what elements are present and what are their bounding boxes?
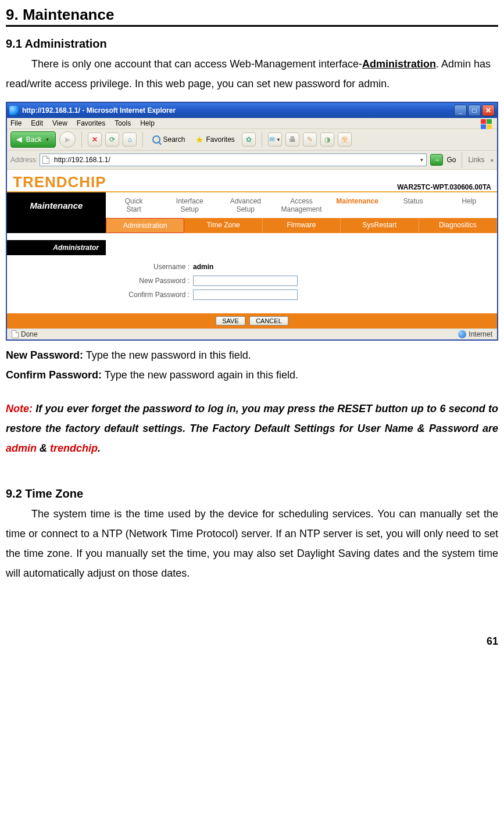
tab-interface-setup[interactable]: Interface Setup	[162, 192, 217, 218]
note-admin: admin	[6, 442, 37, 454]
internet-zone-icon	[458, 330, 466, 338]
subtab-time-zone[interactable]: Time Zone	[184, 218, 262, 233]
status-bar: Done Internet	[7, 328, 497, 339]
username-label: Username :	[106, 263, 193, 271]
window-title: http://192.168.1.1/ - Microsoft Internet…	[22, 106, 454, 115]
menu-bar: File Edit View Favorites Tools Help	[7, 118, 497, 129]
status-zone: Internet	[469, 330, 492, 338]
subtab-diagnostics[interactable]: Diagnositics	[419, 218, 497, 233]
new-password-description: New Password: Type the new password in t…	[6, 345, 498, 365]
menu-tools[interactable]: Tools	[115, 119, 131, 127]
note-prefix: Note:	[6, 403, 33, 414]
intro-paragraph: There is only one account that can acces…	[6, 54, 498, 94]
save-button[interactable]: SAVE	[216, 316, 245, 326]
address-label: Address	[10, 156, 36, 164]
brand-logo: TRENDCHIP	[13, 173, 106, 191]
tab-help[interactable]: Help	[441, 192, 497, 218]
note-dot: .	[98, 442, 101, 454]
subtab-administration[interactable]: Administration	[106, 218, 184, 233]
tab-access-management[interactable]: Access Management	[273, 192, 329, 218]
page-icon	[42, 156, 49, 164]
refresh-button[interactable]: ⟳	[105, 133, 119, 146]
administration-link-word: Administration	[362, 58, 436, 70]
favorites-button[interactable]: ★ Favorites	[192, 133, 238, 146]
address-input[interactable]: http://192.168.1.1/ ▼	[40, 153, 427, 166]
subtab-sysrestart[interactable]: SysRestart	[341, 218, 419, 233]
new-password-label: New Password :	[106, 277, 193, 285]
star-icon: ★	[195, 134, 203, 145]
address-bar-row: Address http://192.168.1.1/ ▼ → Go Links…	[7, 151, 497, 170]
new-password-text: Type the new password in this field.	[83, 349, 251, 361]
window-titlebar: http://192.168.1.1/ - Microsoft Internet…	[7, 103, 497, 118]
new-password-term: New Password:	[6, 349, 83, 361]
windows-flag-icon	[481, 119, 494, 130]
address-value: http://192.168.1.1/	[54, 156, 110, 164]
router-page: TRENDCHIP WAR25TC-WPT.030606.00TA Mainte…	[7, 170, 497, 328]
back-arrow-icon: ◄	[15, 134, 24, 145]
dropdown-icon: ▼	[45, 137, 50, 142]
history-button[interactable]: ✿	[242, 133, 256, 146]
minimize-button[interactable]: _	[454, 105, 467, 116]
confirm-password-text: Type the new password again in this fiel…	[102, 369, 298, 381]
browser-screenshot: http://192.168.1.1/ - Microsoft Internet…	[6, 102, 498, 341]
favorites-label: Favorites	[206, 135, 234, 144]
go-button[interactable]: →	[430, 154, 443, 166]
note-paragraph: Note: If you ever forget the password to…	[6, 399, 498, 458]
stop-button[interactable]: ✕	[88, 133, 102, 146]
print-button[interactable]: 🖶	[285, 133, 299, 146]
back-label: Back	[26, 135, 42, 144]
forward-button[interactable]: ►	[59, 131, 76, 148]
mail-button[interactable]: ✉▼	[268, 133, 282, 146]
dropdown-icon[interactable]: ▼	[419, 158, 424, 163]
nav-section-label: Maintenance	[7, 192, 106, 218]
confirm-password-description: Confirm Password: Type the new password …	[6, 365, 498, 385]
home-button[interactable]: ⌂	[123, 133, 137, 146]
section-administrator-label: Administrator	[7, 240, 106, 255]
links-label[interactable]: Links	[468, 156, 487, 164]
tab-quick-start[interactable]: Quick Start	[106, 192, 162, 218]
new-password-field[interactable]	[193, 276, 298, 286]
maximize-button[interactable]: □	[468, 105, 481, 116]
username-value: admin	[193, 263, 213, 271]
page-number: 61	[6, 635, 498, 648]
menu-help[interactable]: Help	[140, 119, 155, 127]
toolbar: ◄ Back ▼ ► ✕ ⟳ ⌂ Search ★ Favorites ✿ ✉▼…	[7, 129, 497, 151]
status-done: Done	[21, 330, 38, 338]
intro-lead: There is only one account that can acces…	[31, 58, 362, 70]
menu-favorites[interactable]: Favorites	[77, 119, 105, 127]
note-text-1: If you ever forget the password to log i…	[6, 403, 498, 434]
ie-icon	[9, 106, 19, 115]
subtab-firmware[interactable]: Firmware	[263, 218, 341, 233]
search-button[interactable]: Search	[149, 134, 188, 145]
chevron-icon[interactable]: »	[490, 157, 494, 163]
confirm-password-field[interactable]	[193, 289, 298, 300]
menu-edit[interactable]: Edit	[31, 119, 43, 127]
section-heading-9-1: 9.1 Administration	[6, 37, 498, 51]
time-zone-paragraph: The system time is the time used by the …	[6, 504, 498, 583]
note-trendchip: trendchip	[50, 442, 98, 454]
chapter-heading: 9. Maintenance	[6, 6, 498, 27]
confirm-password-label: Confirm Password :	[106, 291, 193, 299]
tab-maintenance[interactable]: Maintenance	[330, 192, 385, 218]
firmware-version: WAR25TC-WPT.030606.00TA	[397, 183, 491, 191]
back-button[interactable]: ◄ Back ▼	[10, 131, 56, 148]
messenger-button[interactable]: 웃	[338, 133, 352, 146]
tab-advanced-setup[interactable]: Advanced Setup	[217, 192, 273, 218]
confirm-password-term: Confirm Password:	[6, 369, 102, 381]
go-label: Go	[446, 156, 456, 164]
tab-status[interactable]: Status	[385, 192, 441, 218]
search-icon	[152, 135, 160, 144]
menu-file[interactable]: File	[10, 119, 22, 127]
edit-button[interactable]: ✎	[303, 133, 317, 146]
discuss-button[interactable]: ◑	[320, 133, 334, 146]
section-heading-9-2: 9.2 Time Zone	[6, 487, 498, 500]
close-button[interactable]: ✕	[482, 105, 495, 116]
cancel-button[interactable]: CANCEL	[249, 316, 288, 326]
search-label: Search	[163, 135, 185, 144]
status-page-icon	[12, 330, 19, 338]
note-amp: &	[37, 442, 50, 454]
menu-view[interactable]: View	[52, 119, 67, 127]
